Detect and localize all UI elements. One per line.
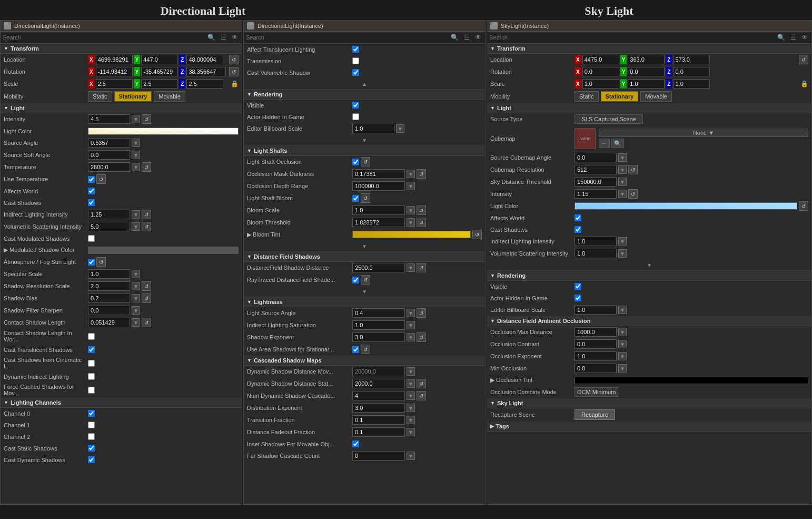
mod-shadow-color-expand[interactable]: ▶ Modulated Shadow Color <box>4 247 88 253</box>
panel-mid-search-input[interactable] <box>246 34 447 41</box>
channel-2-checkbox[interactable] <box>88 433 95 440</box>
ocm-dropdown[interactable]: OCM Minimum <box>575 387 618 397</box>
panel-mid-grid-icon[interactable]: ☰ <box>462 33 471 42</box>
rotation-rz-input[interactable] <box>673 67 710 76</box>
affects-world-checkbox-left[interactable] <box>88 188 95 194</box>
distance-fadeout-fraction-input[interactable] <box>352 427 405 437</box>
section-sky-light[interactable]: ▼ Sky Light <box>487 398 811 408</box>
bloom-threshold-input[interactable] <box>352 218 405 227</box>
light-shaft-bloom-checkbox[interactable] <box>352 195 359 202</box>
distribution-exponent-input[interactable] <box>352 403 405 413</box>
specular-scale-input[interactable] <box>88 269 130 279</box>
light-color-swatch-right[interactable] <box>575 202 797 210</box>
num-dynamic-shadow-cascades-arr[interactable]: ▼ <box>407 391 415 400</box>
light-source-angle-reset[interactable]: ↺ <box>417 308 426 318</box>
bloom-threshold-arr[interactable]: ▼ <box>407 218 415 227</box>
location-reset[interactable]: ↺ <box>229 55 239 64</box>
section-cascaded-shadow-maps[interactable]: ▼ Cascaded Shadow Maps <box>244 356 485 366</box>
bloom-tint-swatch[interactable] <box>352 231 471 238</box>
dynamic-shadow-mov-arr[interactable]: ▼ <box>407 367 415 376</box>
cast-mod-shadows-checkbox[interactable] <box>88 235 95 242</box>
section-light-right[interactable]: ▼ Light <box>487 103 811 113</box>
divider-2-btn[interactable]: ▼ <box>362 138 367 143</box>
transmission-checkbox[interactable] <box>352 57 359 64</box>
light-source-angle-input[interactable] <box>352 308 405 318</box>
cubemap-arrow-back[interactable]: ← <box>599 139 610 148</box>
shadow-exponent-arr[interactable]: ▼ <box>407 333 415 341</box>
occlusion-mask-darkness-arr[interactable]: ▼ <box>407 170 415 178</box>
scale-rx-input[interactable] <box>582 79 619 89</box>
mob-stationary-right[interactable]: Stationary <box>601 91 639 102</box>
indirect-intensity-input-right[interactable] <box>575 237 617 246</box>
intensity-arr-right[interactable]: ▼ <box>618 190 627 198</box>
volumetric-input-right[interactable] <box>575 249 617 258</box>
editor-billboard-arr-mid[interactable]: ▼ <box>396 124 404 133</box>
atmosphere-fog-reset[interactable]: ↺ <box>96 257 106 267</box>
occlusion-mask-darkness-reset[interactable]: ↺ <box>417 169 426 179</box>
section-rendering-mid[interactable]: ▼ Rendering <box>244 90 485 100</box>
editor-billboard-input-right[interactable] <box>575 305 617 315</box>
channel-1-checkbox[interactable] <box>88 422 95 428</box>
shadow-exponent-reset[interactable]: ↺ <box>417 332 426 342</box>
indirect-intensity-arr-right[interactable]: ▼ <box>618 237 627 246</box>
occlusion-mask-darkness-input[interactable] <box>352 169 405 179</box>
divider-1-btn[interactable]: ▲ <box>362 81 367 87</box>
contact-shadow-length-reset[interactable]: ↺ <box>142 318 151 327</box>
indirect-intensity-arr-left[interactable]: ▼ <box>132 210 140 219</box>
recapture-btn[interactable]: Recapture <box>575 409 615 420</box>
source-angle-input[interactable] <box>88 138 130 148</box>
location-z-input[interactable] <box>186 55 223 64</box>
bloom-scale-reset[interactable]: ↺ <box>417 205 426 215</box>
scale-x-input[interactable] <box>96 79 133 89</box>
transition-fraction-input[interactable] <box>352 415 405 425</box>
location-ry-input[interactable] <box>628 55 665 64</box>
mob-static[interactable]: Static <box>88 91 112 102</box>
occlusion-contrast-input[interactable] <box>575 339 617 349</box>
distance-fadeout-fraction-arr[interactable]: ▼ <box>407 428 415 436</box>
cubemap-preview[interactable]: None <box>575 128 596 149</box>
panel-left-search-icon[interactable]: 🔍 <box>206 33 217 42</box>
dynamic-shadow-stat-reset[interactable]: ↺ <box>417 379 426 388</box>
dynamic-indirect-checkbox[interactable] <box>88 373 95 380</box>
temperature-arr[interactable]: ▼ <box>132 163 140 171</box>
section-lighting-channels[interactable]: ▼ Lighting Channels <box>1 398 242 408</box>
light-shaft-bloom-reset[interactable]: ↺ <box>361 193 370 203</box>
mob-stationary[interactable]: Stationary <box>114 91 152 102</box>
panel-right-eye-icon[interactable]: 👁 <box>800 33 809 42</box>
shadow-bias-input[interactable] <box>88 293 130 303</box>
rotation-ry-input[interactable] <box>628 67 665 76</box>
location-y-input[interactable] <box>141 55 178 64</box>
volumetric-reset-left[interactable]: ↺ <box>142 222 151 231</box>
scale-z-input[interactable] <box>186 79 223 89</box>
editor-billboard-input-mid[interactable] <box>352 124 394 133</box>
scale-y-input[interactable] <box>141 79 178 89</box>
occlusion-max-distance-arr[interactable]: ▼ <box>618 328 627 336</box>
location-rz-input[interactable] <box>673 55 710 64</box>
location-reset-right[interactable]: ↺ <box>799 55 808 64</box>
far-shadow-cascade-count-arr[interactable]: ▼ <box>407 452 415 460</box>
actor-hidden-checkbox-right[interactable] <box>575 295 581 301</box>
dynamic-shadow-mov-input[interactable] <box>352 367 405 376</box>
num-dynamic-shadow-cascades-reset[interactable]: ↺ <box>417 391 426 400</box>
cubemap-search[interactable]: 🔍 <box>611 139 624 148</box>
cubemap-resolution-arr[interactable]: ▼ <box>618 165 627 174</box>
panel-left-grid-icon[interactable]: ☰ <box>219 33 228 42</box>
affects-world-checkbox-right[interactable] <box>575 214 581 221</box>
occlusion-depth-range-input[interactable] <box>352 181 405 191</box>
rotation-reset[interactable]: ↺ <box>229 67 239 76</box>
df-shadow-distance-input[interactable] <box>352 263 405 272</box>
section-transform-right[interactable]: ▼ Transform <box>487 44 811 54</box>
indirect-intensity-reset-left[interactable]: ↺ <box>142 210 151 219</box>
light-shaft-occlusion-checkbox[interactable] <box>352 159 359 165</box>
source-type-dropdown[interactable]: SLS Captured Scene <box>575 114 643 124</box>
light-color-swatch-left[interactable] <box>88 128 239 135</box>
atmosphere-fog-checkbox[interactable] <box>88 259 95 266</box>
shadow-res-scale-input[interactable] <box>88 281 130 291</box>
use-temp-checkbox[interactable] <box>88 176 95 183</box>
occlusion-max-distance-input[interactable] <box>575 327 617 337</box>
intensity-arr-left[interactable]: ▼ <box>132 115 140 123</box>
shadow-bias-reset[interactable]: ↺ <box>142 293 151 303</box>
intensity-input-left[interactable] <box>88 114 130 124</box>
volumetric-input-left[interactable] <box>88 222 130 231</box>
temperature-input[interactable] <box>88 162 130 172</box>
